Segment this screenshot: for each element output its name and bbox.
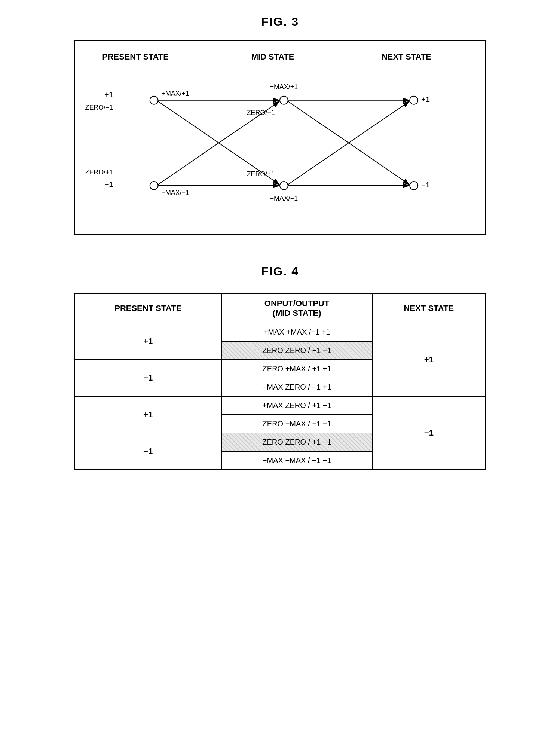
page: FIG. 3 PRESENT STATE MID STATE NEXT STAT… — [0, 0, 560, 741]
mid-state-value: −MAX ZERO / −1 +1 — [221, 378, 373, 396]
mid-state-value: +MAX +MAX /+1 +1 — [221, 323, 373, 341]
header-present-state: PRESENT STATE — [75, 294, 221, 323]
svg-text:+1: +1 — [421, 95, 430, 104]
svg-text:−MAX/−1: −MAX/−1 — [270, 195, 298, 202]
fig3-diagram: PRESENT STATE MID STATE NEXT STATE — [74, 40, 486, 235]
svg-text:NEXT STATE: NEXT STATE — [382, 52, 431, 61]
svg-text:ZERO/−1: ZERO/−1 — [85, 104, 113, 111]
svg-point-16 — [410, 96, 418, 104]
mid-state-value-shaded: ZERO ZERO / −1 +1 — [221, 341, 373, 360]
svg-text:ZERO/+1: ZERO/+1 — [85, 168, 113, 176]
fig4-title: FIG. 4 — [15, 265, 545, 278]
next-state-minus1: −1 — [372, 396, 485, 470]
present-state-plus1-b: +1 — [75, 396, 221, 433]
svg-point-14 — [280, 96, 288, 104]
svg-text:−1: −1 — [104, 180, 113, 189]
svg-text:PRESENT STATE: PRESENT STATE — [102, 52, 168, 61]
svg-text:+MAX/+1: +MAX/+1 — [270, 83, 298, 91]
svg-text:ZERO/−1: ZERO/−1 — [247, 109, 275, 116]
mid-state-value-shaded: ZERO ZERO / +1 −1 — [221, 433, 373, 451]
svg-text:−1: −1 — [421, 181, 430, 189]
mid-state-value: +MAX ZERO / +1 −1 — [221, 396, 373, 415]
present-state-minus1-a: −1 — [75, 360, 221, 396]
fig3-arrows: PRESENT STATE MID STATE NEXT STATE — [75, 41, 485, 234]
fig4-table: PRESENT STATE ONPUT/OUTPUT(MID STATE) NE… — [74, 293, 486, 470]
svg-text:−MAX/−1: −MAX/−1 — [161, 189, 189, 196]
svg-point-12 — [150, 96, 158, 104]
svg-text:+MAX/+1: +MAX/+1 — [161, 90, 189, 97]
svg-text:ZERO/+1: ZERO/+1 — [247, 170, 275, 178]
header-next-state: NEXT STATE — [372, 294, 485, 323]
svg-point-15 — [280, 182, 288, 190]
present-state-plus1-a: +1 — [75, 323, 221, 360]
mid-state-value: ZERO −MAX / −1 −1 — [221, 415, 373, 433]
table-header-row: PRESENT STATE ONPUT/OUTPUT(MID STATE) NE… — [75, 294, 486, 323]
svg-text:MID STATE: MID STATE — [251, 52, 294, 61]
table-row: +1 +MAX +MAX /+1 +1 +1 — [75, 323, 486, 341]
svg-point-17 — [410, 182, 418, 190]
header-onput-output: ONPUT/OUTPUT(MID STATE) — [221, 294, 373, 323]
mid-state-value: −MAX −MAX / −1 −1 — [221, 451, 373, 470]
table-row: +1 +MAX ZERO / +1 −1 −1 — [75, 396, 486, 415]
next-state-plus1: +1 — [372, 323, 485, 396]
svg-point-13 — [150, 182, 158, 190]
mid-state-value: ZERO +MAX / +1 +1 — [221, 360, 373, 378]
fig4-table-container: PRESENT STATE ONPUT/OUTPUT(MID STATE) NE… — [74, 293, 486, 470]
present-state-minus1-b: −1 — [75, 433, 221, 470]
svg-text:+1: +1 — [104, 91, 113, 99]
fig3-title: FIG. 3 — [15, 15, 545, 29]
